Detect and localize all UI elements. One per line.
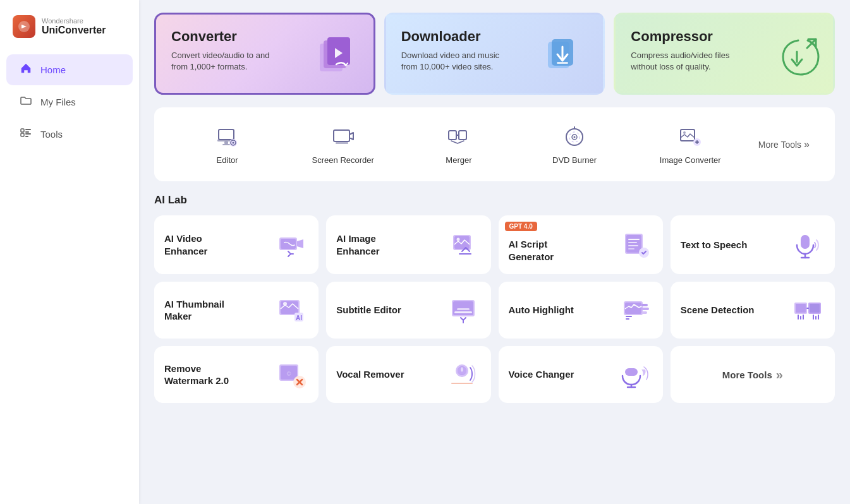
- svg-rect-6: [25, 136, 28, 137]
- sidebar-home-label: Home: [40, 64, 66, 75]
- main-content: Converter Convert video/audio to and fro…: [139, 0, 850, 504]
- svg-rect-16: [222, 144, 230, 145]
- vocal-remover-icon: [448, 358, 481, 391]
- voice-changer-icon: [620, 358, 653, 391]
- svg-rect-38: [628, 239, 640, 240]
- folder-icon: [19, 94, 33, 110]
- compressor-desc: Compress audio/video files without loss …: [631, 50, 743, 73]
- screen-recorder-label: Screen Recorder: [312, 155, 374, 165]
- image-converter-label: Image Converter: [660, 155, 721, 165]
- voice-changer-label: Voice Changer: [509, 368, 574, 381]
- tool-image-converter[interactable]: Image Converter: [633, 119, 748, 170]
- remove-watermark-label: RemoveWatermark 2.0: [164, 363, 229, 387]
- gpt-badge: GPT 4.0: [505, 222, 537, 231]
- ai-card-voice-changer[interactable]: Voice Changer: [499, 346, 663, 403]
- sidebar-item-home[interactable]: Home: [6, 54, 133, 85]
- ai-lab-more-tools-label: More Tools: [722, 369, 772, 380]
- svg-point-46: [283, 302, 287, 306]
- compressor-icon-area: [770, 31, 827, 88]
- product-name: UniConverter: [42, 25, 106, 36]
- scene-detection-icon: [792, 294, 825, 327]
- downloader-icon-area: [540, 31, 597, 88]
- app-logo-icon: [13, 15, 35, 38]
- tool-editor[interactable]: Editor: [169, 119, 285, 170]
- logo-text: Wondershare UniConverter: [42, 17, 106, 36]
- svg-rect-43: [801, 235, 810, 249]
- ai-image-enhancer-icon: [448, 229, 481, 261]
- chevron-right-icon: »: [804, 139, 810, 150]
- home-icon: [19, 62, 33, 78]
- ai-card-remove-watermark[interactable]: RemoveWatermark 2.0 ©: [154, 346, 319, 403]
- ai-card-vocal-remover[interactable]: Vocal Remover: [326, 346, 490, 403]
- tool-dvd-burner[interactable]: DVD Burner: [517, 119, 633, 170]
- ai-card-auto-highlight[interactable]: Auto Highlight: [499, 282, 663, 339]
- ai-video-enhancer-icon: [276, 229, 308, 261]
- svg-rect-3: [25, 129, 31, 130]
- ai-script-icon: [620, 229, 653, 261]
- sidebar-item-myfiles[interactable]: My Files: [6, 87, 133, 117]
- svg-rect-51: [454, 311, 472, 313]
- ai-card-thumbnail-maker[interactable]: AI ThumbnailMaker AI: [154, 282, 319, 339]
- ai-script-label: AI ScriptGenerator: [509, 238, 554, 263]
- ai-card-image-enhancer[interactable]: AI ImageEnhancer: [326, 215, 490, 274]
- tools-row-more-btn[interactable]: More Tools »: [748, 134, 820, 155]
- svg-rect-21: [336, 142, 348, 144]
- svg-rect-57: [641, 304, 648, 306]
- top-cards-row: Converter Convert video/audio to and fro…: [154, 13, 835, 95]
- svg-rect-20: [334, 130, 349, 141]
- converter-card[interactable]: Converter Convert video/audio to and fro…: [154, 13, 375, 95]
- svg-rect-5: [25, 133, 31, 135]
- svg-text:AI: AI: [296, 315, 302, 321]
- svg-point-26: [574, 136, 576, 138]
- ai-card-subtitle-editor[interactable]: Subtitle Editor: [326, 282, 490, 339]
- svg-rect-37: [626, 235, 641, 253]
- svg-rect-56: [641, 311, 647, 314]
- merger-icon: [446, 124, 472, 150]
- text-to-speech-label: Text to Speech: [681, 239, 748, 251]
- tool-merger[interactable]: Merger: [401, 119, 516, 170]
- merger-label: Merger: [446, 155, 471, 165]
- image-converter-icon: [677, 124, 703, 150]
- svg-rect-2: [21, 133, 24, 136]
- svg-rect-40: [628, 245, 638, 246]
- sidebar: Wondershare UniConverter Home My Files: [0, 0, 139, 504]
- dvd-burner-label: DVD Burner: [552, 155, 597, 165]
- svg-rect-12: [557, 62, 568, 64]
- svg-rect-32: [281, 239, 296, 249]
- screen-recorder-icon: [330, 124, 356, 150]
- ai-card-scene-detection[interactable]: Scene Detection: [671, 282, 835, 339]
- ai-lab-more-tools[interactable]: More Tools »: [671, 346, 835, 403]
- svg-rect-1: [21, 129, 24, 132]
- svg-rect-28: [681, 129, 695, 141]
- auto-highlight-icon: [620, 294, 653, 327]
- ai-card-text-to-speech[interactable]: Text to Speech: [671, 215, 835, 274]
- svg-rect-23: [459, 131, 466, 140]
- ai-card-script-generator[interactable]: GPT 4.0 AI ScriptGenerator: [499, 215, 663, 274]
- ai-lab-more-chevron-icon: »: [776, 368, 783, 382]
- ai-image-enhancer-label: AI ImageEnhancer: [336, 232, 379, 257]
- ai-card-video-enhancer[interactable]: AI VideoEnhancer: [154, 215, 319, 274]
- ai-thumbnail-icon: AI: [276, 294, 308, 327]
- svg-point-35: [456, 237, 459, 241]
- sidebar-myfiles-label: My Files: [40, 97, 76, 107]
- svg-rect-52: [457, 308, 470, 310]
- downloader-desc: Download video and music from 10,000+ vi…: [401, 50, 513, 73]
- sidebar-item-tools[interactable]: Tools: [6, 119, 133, 150]
- compressor-card[interactable]: Compressor Compress audio/video files wi…: [614, 13, 835, 95]
- svg-rect-55: [641, 308, 649, 310]
- svg-rect-59: [796, 304, 806, 313]
- svg-rect-13: [219, 129, 234, 140]
- scene-detection-label: Scene Detection: [681, 304, 755, 316]
- tools-row-more-label: More Tools: [758, 140, 801, 150]
- svg-rect-61: [810, 304, 820, 313]
- remove-watermark-icon: ©: [276, 358, 308, 391]
- converter-icon-area: [310, 31, 367, 88]
- ai-lab-title: AI Lab: [154, 194, 835, 207]
- downloader-card[interactable]: Downloader Download video and music from…: [384, 13, 605, 95]
- brand-name: Wondershare: [42, 17, 106, 25]
- editor-label: Editor: [217, 155, 238, 165]
- svg-rect-68: [625, 368, 638, 376]
- tool-screen-recorder[interactable]: Screen Recorder: [285, 119, 401, 170]
- sidebar-nav: Home My Files Tools: [0, 53, 139, 151]
- dvd-burner-icon: [561, 124, 588, 150]
